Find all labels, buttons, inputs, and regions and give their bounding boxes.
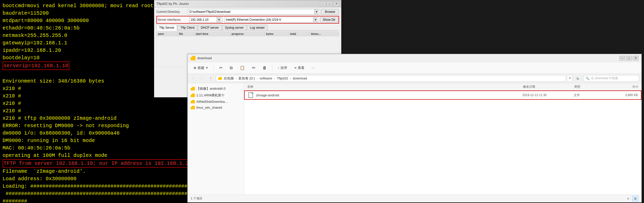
explorer-folder-icon bbox=[191, 56, 195, 60]
address-path-dropdown[interactable]: ▼ bbox=[568, 75, 573, 82]
forward-button[interactable]: → bbox=[198, 75, 206, 82]
tab-tftp-client[interactable]: Tftp Client bbox=[178, 25, 197, 30]
server-interfaces-dropdown[interactable]: 192.168.1.10 ▼ bbox=[189, 17, 223, 23]
nav-item-linux-label: linux_win_shared bbox=[196, 106, 222, 109]
folder-icon-android bbox=[191, 87, 195, 90]
server-interfaces-ip: 192.168.1.10 bbox=[190, 18, 208, 22]
rename-icon: ✏ bbox=[252, 65, 255, 70]
col-start-time: start time bbox=[194, 32, 230, 36]
nav-item-arm[interactable]: 1.11.ARM裸机第十 bbox=[188, 92, 244, 99]
new-icon: ⊕ bbox=[194, 66, 196, 70]
path-separator-1: › bbox=[236, 77, 237, 80]
explorer-window-controls: ─ □ ✕ bbox=[619, 56, 638, 60]
paste-button[interactable]: 📋 bbox=[237, 64, 248, 72]
terminal-line: DM9000: running in 16 bit mode bbox=[3, 137, 187, 144]
file-icon-zimage bbox=[248, 93, 254, 98]
delete-button[interactable]: 🗑 bbox=[260, 64, 270, 72]
tab-tftp-server[interactable]: Tftp Server bbox=[156, 25, 177, 31]
sort-icon: ↑ bbox=[278, 66, 280, 70]
paste-icon: 📋 bbox=[240, 65, 245, 70]
tab-dhcp-server[interactable]: DHCP server bbox=[198, 25, 222, 30]
tftp-close-button[interactable]: ✕ bbox=[333, 2, 339, 6]
delete-icon: 🗑 bbox=[263, 66, 267, 70]
col-timeout: timeo... bbox=[309, 32, 339, 36]
search-placeholder: 在 download 中搜索 bbox=[591, 76, 618, 80]
sort-button[interactable]: ↑ 排序 bbox=[275, 64, 290, 72]
view-large-icons-button[interactable]: ⊞ bbox=[632, 196, 638, 201]
current-directory-dropdown[interactable]: D:\software\Tftpd32\download ▼ bbox=[188, 9, 320, 15]
tab-syslog-server[interactable]: Syslog server bbox=[222, 25, 247, 30]
col-header-name[interactable]: 名称 bbox=[247, 85, 523, 89]
file-size-zimage: 3,800 KB bbox=[612, 93, 638, 97]
toolbar-separator-1 bbox=[214, 65, 214, 71]
explorer-toolbar: ⊕ 新建 ▼ ✂ ⧉ 📋 ✏ 🗑 ↑ 排序 ≡ 查看 ··· bbox=[188, 62, 641, 74]
nav-item-ali[interactable]: AliNetDiskDownloa... bbox=[188, 99, 244, 105]
view-button[interactable]: ≡ 查看 bbox=[292, 64, 307, 72]
col-bytes: bytes bbox=[264, 32, 289, 36]
terminal-tftp-line: TFTP from server 192.168.1.10; our IP ad… bbox=[3, 159, 190, 168]
address-bar: ← → ↑ 此电脑 › 新加卷 (D:) › software › Tftpd3… bbox=[188, 74, 641, 83]
tftp-tabs: Tftp Server Tftp Client DHCP server Sysl… bbox=[156, 25, 339, 31]
up-button[interactable]: ↑ bbox=[207, 75, 214, 82]
back-button[interactable]: ← bbox=[190, 75, 197, 82]
terminal-line: ########################################… bbox=[3, 190, 187, 197]
folder-icon-ali bbox=[191, 100, 195, 104]
file-item-zimage[interactable]: zImage-android 2019-12-13 11:30 文件 3,800… bbox=[244, 90, 641, 100]
path-separator-2: › bbox=[257, 77, 258, 80]
col-header-size[interactable]: 大小 bbox=[613, 85, 638, 89]
path-download: download bbox=[293, 76, 307, 80]
cut-icon: ✂ bbox=[219, 65, 223, 70]
browse-button[interactable]: Browse bbox=[321, 9, 339, 15]
path-tftpd32: Tftpd32 bbox=[277, 76, 288, 80]
tftp-title: Tftpd32 by Ph. Jounin bbox=[156, 2, 189, 6]
explorer-title: download bbox=[197, 56, 212, 60]
search-icon: 🔍 bbox=[586, 77, 590, 80]
nav-item-linux[interactable]: linux_win_shared bbox=[188, 105, 244, 110]
refresh-button[interactable]: ↻ bbox=[574, 75, 581, 82]
file-list: 名称 修改日期 类型 大小 zImage-android 2019-12-13 … bbox=[244, 83, 641, 195]
search-box[interactable]: 🔍 在 download 中搜索 bbox=[583, 75, 639, 82]
address-path[interactable]: 此电脑 › 新加卷 (D:) › software › Tftpd32 › do… bbox=[216, 75, 566, 82]
path-this-pc: 此电脑 bbox=[224, 76, 234, 81]
copy-button[interactable]: ⧉ bbox=[227, 64, 235, 72]
terminal-line: dm9000 i/o: 0x88000300, id: 0x90000a46 bbox=[3, 129, 187, 137]
tab-log-viewer[interactable]: Log viewer bbox=[247, 25, 267, 30]
view-details-button[interactable]: ≡ bbox=[625, 196, 631, 201]
current-directory-label: Current Directory bbox=[156, 10, 187, 14]
explorer-minimize-button[interactable]: ─ bbox=[619, 56, 625, 60]
col-header-type[interactable]: 类型 bbox=[574, 85, 613, 89]
nav-item-android-label: 【镜像】android4.0 bbox=[196, 86, 225, 91]
folder-icon-arm bbox=[191, 94, 195, 97]
server-interfaces-adapter: Intel(R) Ethernet Connection (16) I219-V bbox=[226, 18, 281, 22]
path-software: software bbox=[259, 76, 272, 80]
tftp-maximize-button[interactable]: □ bbox=[327, 2, 332, 6]
more-button[interactable]: ··· bbox=[309, 64, 317, 72]
tftp-titlebar: Tftpd32 by Ph. Jounin ─ □ ✕ bbox=[154, 0, 341, 7]
server-interfaces-adapter-arrow[interactable]: ▼ bbox=[313, 17, 318, 22]
file-name-zimage: zImage-android bbox=[256, 93, 522, 97]
server-interfaces-adapter-dropdown[interactable]: Intel(R) Ethernet Connection (16) I219-V… bbox=[225, 17, 319, 23]
col-header-date[interactable]: 修改日期 bbox=[523, 85, 574, 89]
explorer-maximize-button[interactable]: □ bbox=[626, 56, 632, 60]
new-dropdown-arrow: ▼ bbox=[206, 66, 208, 69]
show-dir-button[interactable]: Show Dir bbox=[320, 17, 338, 23]
terminal-line: x210 # tftp 0x30000000 zImage-android bbox=[3, 115, 187, 122]
copy-icon: ⧉ bbox=[230, 66, 233, 70]
explorer-titlebar: download ─ □ ✕ bbox=[188, 54, 641, 62]
server-interfaces-ip-arrow[interactable]: ▼ bbox=[217, 17, 221, 22]
file-doc-icon bbox=[248, 92, 253, 98]
explorer-close-button[interactable]: ✕ bbox=[633, 56, 638, 60]
col-file: file bbox=[177, 32, 194, 36]
cut-button[interactable]: ✂ bbox=[216, 64, 225, 72]
current-directory-arrow[interactable]: ▼ bbox=[314, 9, 319, 14]
nav-item-android[interactable]: 【镜像】android4.0 bbox=[188, 85, 244, 92]
explorer-title-left: download bbox=[191, 56, 212, 60]
statusbar-view-icons: ≡ ⊞ bbox=[625, 196, 638, 201]
server-interfaces-row: Server interfaces 192.168.1.10 ▼ Intel(R… bbox=[156, 16, 339, 24]
path-separator-3: › bbox=[274, 77, 275, 80]
tftp-minimize-button[interactable]: ─ bbox=[320, 2, 326, 6]
new-button[interactable]: ⊕ 新建 ▼ bbox=[191, 64, 211, 72]
rename-button[interactable]: ✏ bbox=[249, 64, 258, 72]
col-total: total bbox=[289, 32, 309, 36]
toolbar-separator-2 bbox=[272, 65, 272, 71]
